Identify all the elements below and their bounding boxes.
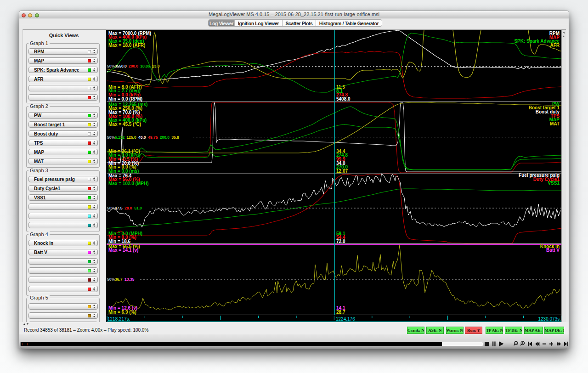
svg-text:47.5: 47.5 (115, 206, 123, 210)
svg-text:12.07: 12.07 (336, 169, 348, 174)
svg-text:Max = 18.0 (AFR): Max = 18.0 (AFR) (108, 43, 145, 48)
svg-text:18.85: 18.85 (140, 64, 150, 68)
svg-text:3550.0: 3550.0 (115, 64, 127, 68)
svg-text:Max = 45.5 (°C): Max = 45.5 (°C) (108, 122, 141, 127)
svg-text:50%: 50% (107, 64, 115, 68)
svg-text:36.7: 36.7 (115, 277, 123, 282)
svg-text:28.7: 28.7 (336, 310, 345, 315)
svg-text:6.132: 6.132 (115, 135, 125, 140)
svg-text:50%: 50% (107, 277, 115, 282)
svg-text:200.0: 200.0 (129, 64, 139, 68)
svg-text:49.75: 49.75 (148, 135, 158, 140)
svg-text:28.0: 28.0 (124, 206, 132, 210)
svg-text:Max = 14.1 (v): Max = 14.1 (v) (108, 248, 138, 253)
svg-text:125.0: 125.0 (126, 135, 136, 140)
svg-text:Min = 6.9 (%): Min = 6.9 (%) (108, 310, 136, 315)
svg-text:50%: 50% (107, 206, 115, 210)
svg-text:13.35: 13.35 (124, 277, 135, 282)
svg-text:40.0: 40.0 (138, 135, 146, 140)
svg-text:VSS1: VSS1 (548, 181, 560, 186)
svg-text:Min = 0.0 (RPM): Min = 0.0 (RPM) (108, 96, 142, 102)
svg-text:35.8: 35.8 (171, 135, 179, 140)
svg-text:50%: 50% (107, 135, 115, 140)
svg-text:13.0: 13.0 (152, 64, 160, 68)
svg-text:AFR: AFR (550, 43, 560, 48)
svg-text:Max = 102.0 (MPH): Max = 102.0 (MPH) (108, 181, 149, 186)
svg-text:1224.176: 1224.176 (336, 316, 355, 322)
svg-text:1230.073s.: 1230.073s. (538, 316, 561, 322)
svg-text:51.0: 51.0 (134, 206, 142, 210)
svg-text:5408.0: 5408.0 (336, 96, 351, 102)
svg-text:MAT: MAT (550, 121, 560, 126)
svg-text:Min = 18.6: Min = 18.6 (108, 239, 131, 244)
svg-text:72.0: 72.0 (336, 239, 345, 244)
svg-text:200.0: 200.0 (160, 135, 170, 140)
svg-text:1218.217s.: 1218.217s. (107, 316, 130, 322)
svg-text:Batt V: Batt V (546, 248, 560, 253)
